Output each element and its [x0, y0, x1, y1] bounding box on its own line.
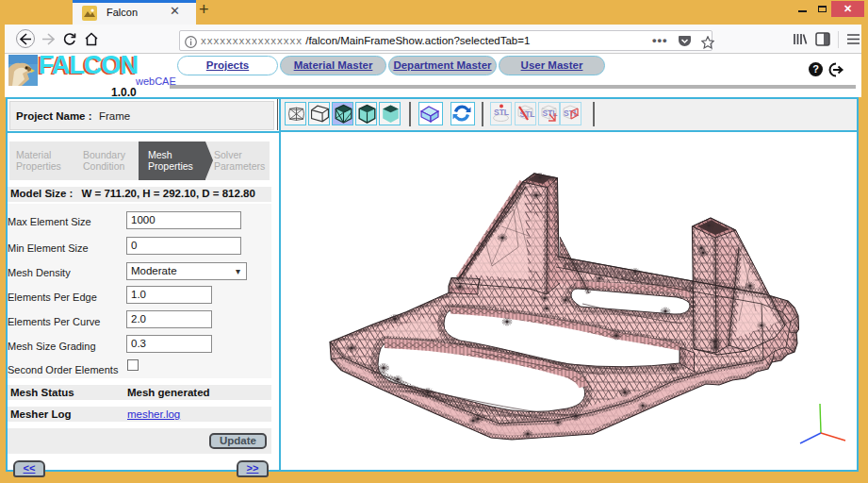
svg-text:STL: STL	[494, 108, 509, 117]
